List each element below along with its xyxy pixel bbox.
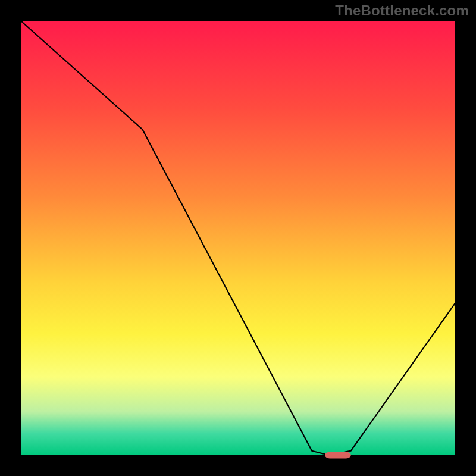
watermark-label: TheBottleneck.com bbox=[335, 2, 469, 19]
optimal-marker bbox=[325, 452, 351, 459]
chart-container: TheBottleneck.com bbox=[0, 0, 476, 476]
bottleneck-chart bbox=[0, 0, 476, 476]
plot-area bbox=[21, 21, 455, 455]
